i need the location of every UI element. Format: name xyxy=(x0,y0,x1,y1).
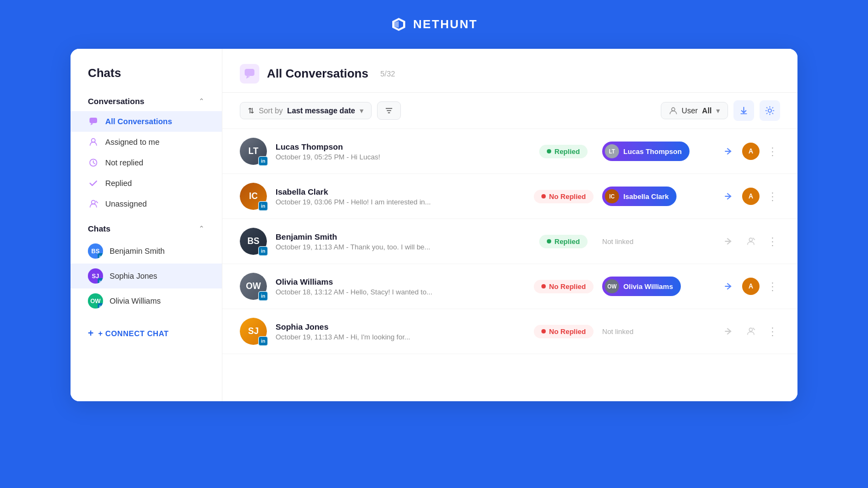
download-button[interactable] xyxy=(733,100,754,121)
more-button-sophia[interactable]: ⋮ xyxy=(765,325,780,338)
filter-lines-button[interactable] xyxy=(377,101,401,120)
unassigned-icon xyxy=(88,198,99,209)
conv-name-isabella: Isabella Clark xyxy=(276,187,525,196)
conv-info-lucas: Lucas Thompson October 19, 05:25 PM - Hi… xyxy=(276,142,531,161)
brand-logo: NETHUNT xyxy=(390,16,477,33)
unassign-icon-sophia[interactable] xyxy=(742,323,760,340)
linkedin-badge-lucas-icon: in xyxy=(258,156,268,166)
sort-chevron-icon: ▾ xyxy=(360,106,363,115)
main-header: All Conversations 5/32 xyxy=(222,49,797,93)
sidebar-item-not-replied-label: Not replied xyxy=(105,158,143,167)
more-button-olivia[interactable]: ⋮ xyxy=(765,280,780,293)
assigned-name-lucas: Lucas Thompson xyxy=(623,147,682,156)
download-icon xyxy=(739,106,749,115)
sidebar-chat-sophia-jones[interactable]: SJ in Sophia Jones xyxy=(71,264,222,288)
chats-chevron-up-icon: ⌃ xyxy=(199,224,205,233)
forward-icon-lucas[interactable] xyxy=(719,143,737,160)
linkedin-badge-isabella-icon: in xyxy=(258,201,268,211)
assigned-pill-olivia: OW Olivia Williams xyxy=(602,277,681,296)
toolbar-row: ⇅ Sort by Last message date ▾ xyxy=(222,93,797,129)
status-dot-red-icon xyxy=(541,194,546,198)
sidebar-item-assigned-to-me[interactable]: Assigned to me xyxy=(71,132,222,152)
conv-preview-isabella: October 19, 03:06 PM - Hello! I am inter… xyxy=(276,198,525,206)
conversations-section-header[interactable]: Conversations ⌃ xyxy=(71,91,222,111)
conv-status-lucas: Replied xyxy=(539,145,593,158)
assigned-avatar-isabella: IC xyxy=(605,189,619,203)
svg-point-17 xyxy=(749,328,752,331)
conv-row-isabella-clark[interactable]: IC in Isabella Clark October 19, 03:06 P… xyxy=(222,174,797,219)
conv-info-olivia: Olivia Williams October 18, 13:12 AM - H… xyxy=(276,277,525,296)
chats-section: Chats ⌃ BS in Benjamin Smith SJ in Sophi… xyxy=(71,219,222,313)
connect-chat-button[interactable]: + + CONNECT CHAT xyxy=(71,320,222,346)
svg-rect-13 xyxy=(741,113,747,114)
linkedin-badge-icon: in xyxy=(98,253,103,259)
sidebar-item-unassigned[interactable]: Unassigned xyxy=(71,194,222,214)
sidebar-chat-olivia-williams[interactable]: OW in Olivia Williams xyxy=(71,288,222,313)
conv-row-lucas-thompson[interactable]: LT in Lucas Thompson October 19, 05:25 P… xyxy=(222,129,797,174)
person-icon xyxy=(88,137,99,147)
conv-row-sophia-jones[interactable]: SJ in Sophia Jones October 19, 11:13 AM … xyxy=(222,309,797,354)
forward-icon-sophia[interactable] xyxy=(719,323,737,340)
filter-lines-icon xyxy=(384,106,394,115)
linkedin-badge-sophia-icon: in xyxy=(98,278,103,284)
status-badge-olivia: No Replied xyxy=(534,280,593,293)
conv-preview-olivia: October 18, 13:12 AM - Hello, Stacy! I w… xyxy=(276,288,525,296)
status-badge-benjamin: Replied xyxy=(539,235,588,248)
status-badge-isabella: No Replied xyxy=(534,190,593,203)
sidebar-chat-benjamin-smith[interactable]: BS in Benjamin Smith xyxy=(71,239,222,264)
linkedin-badge-olivia-conv-icon: in xyxy=(258,291,268,301)
sidebar-chat-sophia-label: Sophia Jones xyxy=(110,272,157,280)
conv-avatar-wrap-benjamin: BS in xyxy=(240,228,267,255)
status-dot-red2-icon xyxy=(541,284,546,288)
sort-button[interactable]: ⇅ Sort by Last message date ▾ xyxy=(240,102,372,119)
sidebar-item-replied[interactable]: Replied xyxy=(71,173,222,194)
sidebar-item-all-conversations-label: All Conversations xyxy=(105,117,172,126)
header-count: 5/32 xyxy=(380,69,395,78)
more-button-lucas[interactable]: ⋮ xyxy=(765,145,780,158)
linkedin-badge-olivia-icon: in xyxy=(98,303,103,309)
conv-preview-lucas: October 19, 05:25 PM - Hi Lucas! xyxy=(276,153,531,161)
conv-name-olivia: Olivia Williams xyxy=(276,277,525,286)
forward-icon-olivia[interactable] xyxy=(719,278,737,295)
svg-marker-2 xyxy=(394,21,399,28)
sidebar-item-all-conversations[interactable]: All Conversations xyxy=(71,111,222,132)
svg-rect-8 xyxy=(245,69,254,76)
unassign-icon-benjamin[interactable] xyxy=(742,233,760,250)
forward-icon-isabella[interactable] xyxy=(719,188,737,205)
conv-preview-benjamin: October 19, 11:13 AM - Thank you, too. I… xyxy=(276,243,531,251)
assigned-name-isabella: Isabella Clark xyxy=(623,192,669,201)
conv-actions-olivia: A ⋮ xyxy=(719,278,780,295)
settings-button[interactable] xyxy=(760,100,780,121)
sidebar-item-not-replied[interactable]: Not replied xyxy=(71,152,222,173)
conv-row-benjamin-smith[interactable]: BS in Benjamin Smith October 19, 11:13 A… xyxy=(222,219,797,264)
action-avatar-lucas: A xyxy=(742,143,760,160)
more-button-isabella[interactable]: ⋮ xyxy=(765,190,780,203)
conv-preview-sophia: October 19, 11:13 AM - Hi, I'm looking f… xyxy=(276,333,525,341)
conversations-header-icon xyxy=(240,64,259,84)
linkedin-badge-benjamin-icon: in xyxy=(258,246,268,256)
chat-bubble-icon xyxy=(88,116,99,127)
conv-row-olivia-williams[interactable]: OW in Olivia Williams October 18, 13:12 … xyxy=(222,264,797,309)
conv-actions-isabella: A ⋮ xyxy=(719,188,780,205)
forward-icon-benjamin[interactable] xyxy=(719,233,737,250)
sort-arrows-icon: ⇅ xyxy=(248,106,254,115)
sidebar: Chats Conversations ⌃ All Conversations xyxy=(71,49,222,401)
status-badge-lucas: Replied xyxy=(539,145,588,158)
sidebar-chat-benjamin-label: Benjamin Smith xyxy=(110,247,165,255)
not-linked-benjamin: Not linked xyxy=(602,237,634,246)
svg-rect-3 xyxy=(90,118,97,123)
svg-point-15 xyxy=(749,238,752,241)
conv-actions-lucas: A ⋮ xyxy=(719,143,780,160)
action-avatar-olivia: A xyxy=(742,278,760,295)
user-filter-chevron-icon: ▾ xyxy=(716,106,720,115)
status-dot-green2-icon xyxy=(547,239,551,243)
conv-avatar-wrap-isabella: IC in xyxy=(240,183,267,210)
conv-name-lucas: Lucas Thompson xyxy=(276,142,531,151)
more-button-benjamin[interactable]: ⋮ xyxy=(765,235,780,248)
conv-info-sophia: Sophia Jones October 19, 11:13 AM - Hi, … xyxy=(276,322,525,341)
assigned-pill-lucas: LT Lucas Thompson xyxy=(602,142,690,161)
user-filter-button[interactable]: User All ▾ xyxy=(661,102,728,119)
conversations-list: LT in Lucas Thompson October 19, 05:25 P… xyxy=(222,129,797,401)
header-title: All Conversations xyxy=(267,67,368,81)
chats-section-header[interactable]: Chats ⌃ xyxy=(71,219,222,239)
